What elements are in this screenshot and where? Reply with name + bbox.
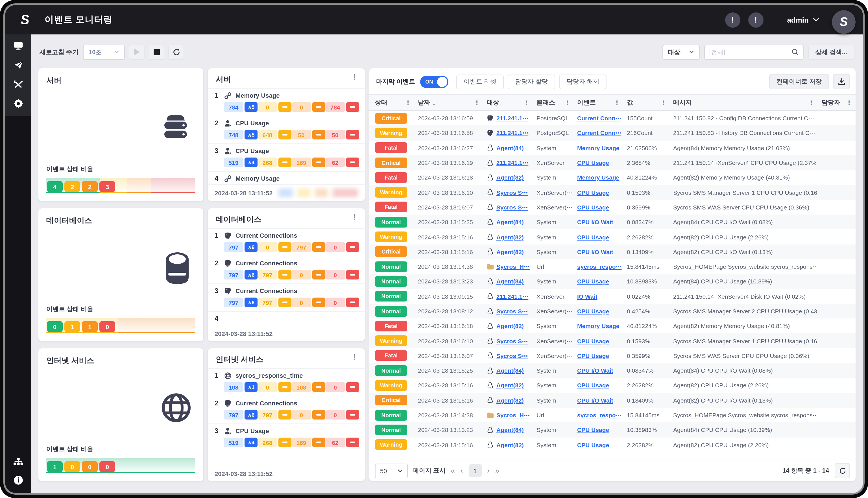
- kebab-menu-icon[interactable]: ⋮: [351, 75, 358, 80]
- column-menu-icon[interactable]: ⋮: [564, 100, 570, 105]
- download-button[interactable]: [833, 74, 850, 89]
- event-link[interactable]: CPU Usage: [577, 308, 609, 314]
- table-row[interactable]: Critical 2024-03-28 13:15:16 Agent(82) S…: [369, 244, 856, 259]
- column-menu-icon[interactable]: ⋮: [405, 100, 411, 105]
- sidebar-item-monitor[interactable]: [13, 41, 23, 51]
- target-link[interactable]: Sycros_H⋯: [496, 411, 530, 418]
- target-link[interactable]: Sycros S⋯: [496, 204, 528, 211]
- table-row[interactable]: Fatal 2024-03-28 13:16:07 Sycros S⋯ XenS…: [369, 200, 856, 215]
- column-menu-icon[interactable]: ⋮: [524, 100, 530, 105]
- metric-row[interactable]: 3Current Connections 797∧6 797 0 0: [208, 284, 365, 311]
- table-row[interactable]: Warning 2024-03-28 13:16:10 Sycros S⋯ Xe…: [369, 333, 856, 349]
- alert-icon-2[interactable]: !: [748, 12, 763, 27]
- metric-row[interactable]: 2CPU Usage 748∧5 648 50 50: [208, 116, 365, 143]
- event-link[interactable]: CPU Usage: [577, 441, 609, 448]
- column-menu-icon[interactable]: ⋮: [474, 100, 480, 105]
- target-link[interactable]: Agent(82): [496, 174, 524, 181]
- target-link[interactable]: Agent(82): [496, 397, 524, 404]
- table-row[interactable]: Normal 2024-03-28 13:15:25 Agent(84) Sys…: [369, 214, 856, 230]
- kebab-menu-icon[interactable]: ⋮: [351, 355, 358, 360]
- target-link[interactable]: Agent(82): [496, 248, 524, 255]
- table-row[interactable]: Normal 2024-03-28 13:09:15 211.241.1⋯ Xe…: [369, 289, 856, 304]
- event-link[interactable]: sycros_respo⋯: [577, 411, 622, 418]
- metric-row[interactable]: 3CPU Usage 519∧4 268 189 62: [208, 423, 365, 451]
- card-body[interactable]: [38, 366, 203, 439]
- event-link[interactable]: CPU Usage: [577, 234, 609, 240]
- table-row[interactable]: Critical 2024-03-28 13:16:59 211.241.1⋯ …: [369, 111, 856, 126]
- target-link[interactable]: 211.241.1⋯: [496, 293, 528, 300]
- event-link[interactable]: Memory Usage: [577, 323, 619, 329]
- metric-row[interactable]: 1sycros_response_time 108∧1 0 108 0: [208, 368, 365, 396]
- kebab-menu-icon[interactable]: ⋮: [351, 214, 358, 220]
- target-link[interactable]: Agent(82): [496, 441, 524, 448]
- table-row[interactable]: Normal 2024-03-28 13:13:23 Agent(84) Sys…: [369, 274, 856, 289]
- event-link[interactable]: CPU Usage: [577, 189, 609, 196]
- event-link[interactable]: CPU Usage: [577, 278, 609, 285]
- event-link[interactable]: Memory Usage: [577, 174, 619, 181]
- sidebar-item-tools[interactable]: [13, 80, 23, 89]
- column-menu-icon[interactable]: ⋮: [846, 100, 852, 105]
- target-link[interactable]: Sycros_H⋯: [496, 263, 530, 270]
- table-row[interactable]: Fatal 2024-03-28 13:16:07 Sycros S⋯ XenS…: [369, 349, 856, 363]
- page-size-select[interactable]: 50: [375, 463, 408, 478]
- column-menu-icon[interactable]: ⋮: [809, 100, 815, 105]
- event-link[interactable]: sycros_respo⋯: [577, 263, 622, 270]
- table-row[interactable]: Fatal 2024-03-28 13:16:27 Agent(84) Syst…: [369, 140, 856, 155]
- target-link[interactable]: Agent(82): [496, 323, 524, 329]
- table-row[interactable]: Critical 2024-03-28 13:15:16 Agent(82) S…: [369, 393, 856, 408]
- event-link[interactable]: CPU I/O Wait: [577, 248, 613, 255]
- target-link[interactable]: Sycros S⋯: [496, 337, 528, 344]
- play-button[interactable]: [129, 44, 145, 60]
- search-input[interactable]: [709, 49, 792, 55]
- target-link[interactable]: Agent(84): [496, 219, 524, 225]
- target-link[interactable]: Sycros S⋯: [496, 308, 528, 314]
- table-row[interactable]: Warning 2024-03-28 13:15:16 Agent(82) Sy…: [369, 230, 856, 245]
- event-link[interactable]: CPU Usage: [577, 352, 609, 359]
- table-row[interactable]: Normal 2024-03-28 13:08:12 Sycros S⋯ Xen…: [369, 304, 856, 319]
- first-page-button[interactable]: «: [451, 467, 455, 475]
- table-row[interactable]: Critical 2024-03-28 13:16:19 211.241.1⋯ …: [369, 155, 856, 170]
- column-header-7[interactable]: 담당자⋮: [817, 95, 854, 110]
- target-link[interactable]: Sycros S⋯: [496, 189, 528, 196]
- target-link[interactable]: Agent(84): [496, 144, 524, 151]
- target-link[interactable]: Agent(84): [496, 278, 524, 285]
- user-menu[interactable]: admin: [787, 15, 819, 24]
- column-header-1[interactable]: 날짜↓⋮: [413, 95, 482, 110]
- alert-icon[interactable]: !: [725, 12, 740, 27]
- event-link[interactable]: CPU Usage: [577, 337, 609, 344]
- event-link[interactable]: Current Conn⋯: [577, 130, 621, 136]
- metric-row[interactable]: 2Current Connections 797∧6 797 0 0: [208, 396, 365, 423]
- table-row[interactable]: Normal 2024-03-28 13:15:25 Agent(84) Sys…: [369, 363, 856, 378]
- table-action-button-1[interactable]: 담당자 할당: [508, 74, 555, 89]
- prev-page-button[interactable]: ‹: [461, 467, 463, 475]
- event-link[interactable]: CPU Usage: [577, 159, 609, 166]
- column-menu-icon[interactable]: ⋮: [660, 100, 666, 105]
- refresh-button[interactable]: [168, 44, 184, 60]
- column-header-4[interactable]: 이벤트⋮: [573, 95, 622, 110]
- metric-row[interactable]: 1Current Connections 797∧6 0 797 0: [208, 228, 365, 256]
- column-header-3[interactable]: 클래스⋮: [532, 95, 573, 110]
- table-row[interactable]: Fatal 2024-03-28 13:16:18 Agent(82) Syst…: [369, 170, 856, 185]
- event-link[interactable]: CPU Usage: [577, 204, 609, 211]
- sidebar-item-sitemap[interactable]: [13, 457, 23, 467]
- target-link[interactable]: 211.241.1⋯: [496, 130, 528, 136]
- metric-row[interactable]: 4: [208, 311, 365, 326]
- current-page[interactable]: 1: [469, 464, 482, 477]
- target-link[interactable]: Agent(82): [496, 234, 524, 240]
- event-link[interactable]: CPU I/O Wait: [577, 219, 613, 225]
- avatar[interactable]: S: [832, 10, 856, 34]
- event-link[interactable]: CPU I/O Wait: [577, 397, 613, 404]
- target-link[interactable]: 211.241.1⋯: [496, 115, 528, 121]
- table-row[interactable]: Normal 2024-03-28 13:13:23 Agent(84) Sys…: [369, 422, 856, 437]
- table-row[interactable]: Warning 2024-03-28 13:15:16 Agent(82) Sy…: [369, 378, 856, 393]
- table-action-button-0[interactable]: 이벤트 리셋: [456, 74, 504, 89]
- table-action-button-2[interactable]: 담당자 해제: [559, 74, 606, 89]
- event-link[interactable]: IO Wait: [577, 293, 597, 300]
- target-link[interactable]: Agent(84): [496, 427, 524, 433]
- table-row[interactable]: Normal 2024-03-28 13:14:38 Sycros_H⋯ Url…: [369, 408, 856, 423]
- table-row[interactable]: Warning 2024-03-28 13:16:10 Sycros S⋯ Xe…: [369, 185, 856, 200]
- metric-row[interactable]: 2Current Connections 797∧6 797 0 0: [208, 256, 365, 284]
- event-link[interactable]: CPU Usage: [577, 382, 609, 389]
- sidebar-item-settings[interactable]: [13, 99, 23, 108]
- metric-row[interactable]: 1Memory Usage 784∧5 0 0 784: [208, 88, 365, 116]
